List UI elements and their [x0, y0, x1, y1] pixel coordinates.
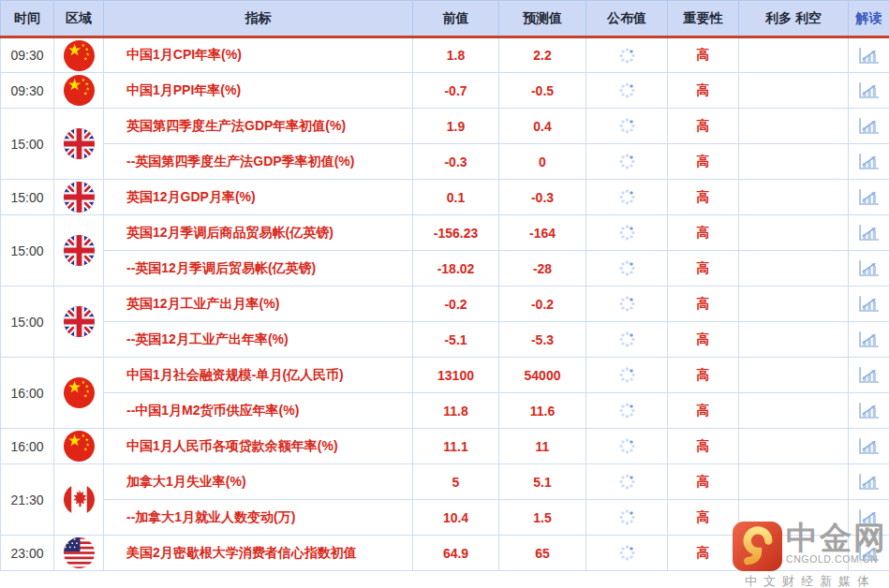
table-row: 15:00 英国12月工业产出月率(%) -0.2 -0.2 高	[1, 287, 889, 322]
published-value-cell	[586, 464, 668, 500]
interpret-chart-icon[interactable]	[858, 153, 880, 170]
published-value-cell	[586, 322, 668, 358]
loading-spinner-icon	[619, 545, 635, 561]
loading-spinner-icon	[619, 225, 635, 241]
indicator-cell: 中国1月人民币各项贷款余额年率(%)	[104, 429, 413, 464]
interpret-cell[interactable]	[849, 500, 889, 536]
table-row: 09:30 中国1月PPI年率(%) -0.7 -0.5 高	[1, 73, 889, 109]
importance-cell: 高	[668, 393, 739, 429]
importance-cell: 高	[668, 536, 739, 571]
published-value-cell	[586, 144, 668, 180]
table-row: 15:00 英国12月GDP月率(%) 0.1 -0.3 高	[1, 180, 889, 215]
indicator-cell: --英国第四季度生产法GDP季率初值(%)	[104, 144, 413, 180]
table-row: 16:00 中国1月人民币各项贷款余额年率(%) 11.1 11 高	[1, 429, 889, 464]
interpret-cell[interactable]	[849, 215, 889, 251]
importance-cell: 高	[668, 287, 739, 322]
table-row: 21:30 加拿大1月失业率(%) 5 5.1 高	[1, 464, 889, 500]
interpret-cell[interactable]	[849, 109, 889, 144]
time-cell: 09:30	[1, 73, 54, 109]
interpret-cell[interactable]	[849, 358, 889, 393]
region-cell	[54, 429, 104, 464]
interpret-cell[interactable]	[849, 180, 889, 215]
previous-value: 64.9	[413, 536, 499, 571]
interpret-chart-icon[interactable]	[858, 295, 880, 313]
interpret-chart-icon[interactable]	[858, 117, 880, 135]
time-cell: 16:00	[1, 358, 54, 429]
importance-cell: 高	[668, 180, 739, 215]
interpret-chart-icon[interactable]	[858, 473, 880, 491]
bullish-bearish-cell	[739, 358, 849, 393]
interpret-chart-icon[interactable]	[858, 331, 880, 348]
loading-spinner-icon	[619, 331, 635, 347]
loading-spinner-icon	[619, 438, 635, 454]
region-cell	[54, 180, 104, 215]
bullish-bearish-cell	[739, 215, 849, 251]
interpret-chart-icon[interactable]	[858, 437, 880, 455]
forecast-value: 5.1	[499, 464, 586, 500]
interpret-cell[interactable]	[849, 322, 889, 358]
col-header-indicator: 指标	[104, 1, 413, 37]
forecast-value: 0.4	[499, 109, 586, 144]
interpret-chart-icon[interactable]	[858, 508, 880, 526]
table-row: --加拿大1月就业人数变动(万) 10.4 1.5 高	[1, 500, 889, 536]
bullish-bearish-cell	[739, 73, 849, 109]
time-cell: 15:00	[1, 109, 54, 180]
interpret-cell[interactable]	[849, 429, 889, 464]
interpret-cell[interactable]	[849, 73, 889, 109]
importance-cell: 高	[668, 464, 739, 500]
interpret-cell[interactable]	[849, 251, 889, 287]
interpret-cell[interactable]	[849, 536, 889, 571]
interpret-cell[interactable]	[849, 287, 889, 322]
previous-value: -18.02	[413, 251, 499, 287]
interpret-cell[interactable]	[849, 37, 889, 73]
region-cell	[54, 37, 104, 73]
loading-spinner-icon	[619, 189, 635, 205]
published-value-cell	[586, 37, 668, 73]
previous-value: 0.1	[413, 180, 499, 215]
importance-cell: 高	[668, 251, 739, 287]
table-row: 15:00 英国第四季度生产法GDP年率初值(%) 1.9 0.4 高	[1, 109, 889, 144]
importance-cell: 高	[668, 109, 739, 144]
interpret-chart-icon[interactable]	[858, 402, 880, 419]
forecast-value: -0.5	[499, 73, 586, 109]
indicator-cell: 加拿大1月失业率(%)	[104, 464, 413, 500]
indicator-cell: 英国12月GDP月率(%)	[104, 180, 413, 215]
previous-value: 10.4	[413, 500, 499, 536]
col-header-importance: 重要性	[668, 1, 739, 37]
forecast-value: -0.2	[499, 287, 586, 322]
forecast-value: 54000	[499, 358, 586, 393]
interpret-cell[interactable]	[849, 144, 889, 180]
interpret-chart-icon[interactable]	[858, 544, 880, 562]
time-cell: 15:00	[1, 215, 54, 287]
indicator-cell: --中国1月M2货币供应年率(%)	[104, 393, 413, 429]
bullish-bearish-cell	[739, 536, 849, 571]
importance-cell: 高	[668, 358, 739, 393]
importance-cell: 高	[668, 144, 739, 180]
interpret-cell[interactable]	[849, 464, 889, 500]
interpret-chart-icon[interactable]	[858, 188, 880, 206]
interpret-chart-icon[interactable]	[858, 224, 880, 242]
bullish-bearish-cell	[739, 180, 849, 215]
indicator-cell: 美国2月密歇根大学消费者信心指数初值	[104, 536, 413, 571]
interpret-chart-icon[interactable]	[858, 259, 880, 277]
forecast-value: -28	[499, 251, 586, 287]
col-header-region: 区域	[54, 1, 104, 37]
previous-value: -0.7	[413, 73, 499, 109]
forecast-value: 11	[499, 429, 586, 464]
interpret-chart-icon[interactable]	[858, 81, 880, 99]
region-cell	[54, 358, 104, 429]
table-row: --英国12月季调后贸易帐(亿英镑) -18.02 -28 高	[1, 251, 889, 287]
col-header-published: 公布值	[586, 1, 668, 37]
table-row: --中国1月M2货币供应年率(%) 11.8 11.6 高	[1, 393, 889, 429]
interpret-chart-icon[interactable]	[858, 47, 880, 65]
published-value-cell	[586, 73, 668, 109]
interpret-chart-icon[interactable]	[858, 366, 880, 384]
indicator-cell: 中国1月PPI年率(%)	[104, 73, 413, 109]
region-cell	[54, 536, 104, 571]
published-value-cell	[586, 180, 668, 215]
interpret-cell[interactable]	[849, 393, 889, 429]
watermark-tagline-text: 中文财经新媒体	[745, 573, 889, 588]
uk-flag-icon	[63, 234, 96, 267]
bullish-bearish-cell	[739, 429, 849, 464]
col-header-previous: 前值	[413, 1, 499, 37]
